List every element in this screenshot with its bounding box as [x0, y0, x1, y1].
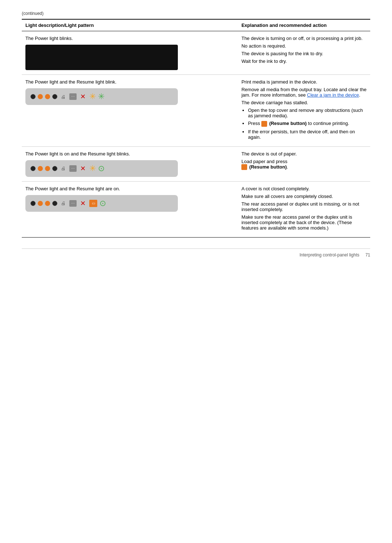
row1-p3: The device is pausing for the ink to dry…: [241, 51, 367, 56]
dot2: [38, 201, 43, 206]
resume-button-label: (Resume button): [249, 164, 287, 170]
page-number: 71: [366, 252, 370, 258]
cancel-icon: ✕: [80, 165, 86, 173]
page-footer: Interpreting control-panel lights 71: [22, 248, 370, 258]
dot4: [52, 166, 57, 171]
row3-explanation: The device is out of paper. Load paper a…: [238, 146, 370, 181]
row3-dot-group: 🖨: [30, 166, 66, 171]
row3-p2: Load paper and press (Resume button).: [241, 159, 367, 170]
resume-icon-small-2: [241, 164, 247, 170]
row4-p3: The rear access panel or duplex unit is …: [241, 201, 367, 212]
row2-x: ✕: [80, 93, 86, 101]
dot3: [45, 94, 50, 99]
row2-label: The Power light and the Resume light bli…: [25, 79, 234, 85]
row3-panel: 🖨 ⋯ ✕ ✳ ⊙: [25, 160, 178, 177]
table-row: The Power light and the Resume light bli…: [22, 75, 370, 147]
footer-chapter-label: Interpreting control-panel lights: [299, 252, 359, 258]
ink-indicator: 🖨: [61, 166, 66, 171]
row4-dot-group: 🖨: [30, 200, 66, 206]
row4-p4: Make sure the rear access panel or the d…: [241, 214, 367, 231]
row4-center: ⋯: [69, 200, 77, 207]
row2-bullet2: Press (Resume button) to continue printi…: [248, 121, 367, 127]
row2-p1: Print media is jammed in the device.: [241, 79, 367, 85]
sun-icon-2: ✳: [98, 92, 105, 101]
cover-icon: ▭: [89, 200, 97, 207]
dot4: [52, 94, 57, 99]
row4-panel: 🖨 ⋯ ✕ ▭ ⊙: [25, 195, 178, 212]
nav-icon: ⋯: [69, 165, 77, 172]
col-header-right: Explanation and recommended action: [238, 19, 370, 31]
ink-indicator: 🖨: [61, 94, 66, 100]
clear-jam-link[interactable]: Clear a jam in the device: [307, 92, 359, 98]
dot3: [45, 201, 50, 206]
row1-p2: No action is required.: [241, 43, 367, 49]
row2-dot-group: 🖨: [30, 94, 66, 100]
footer-right: Interpreting control-panel lights 71: [299, 252, 370, 258]
row1-panel: [25, 45, 178, 70]
col-header-left: Light description/Light pattern: [22, 19, 238, 31]
resume-bold-label: (Resume button): [269, 121, 307, 126]
row2-suns: ✳ ✳: [89, 92, 105, 101]
row4-explanation: A cover is not closed completely. Make s…: [238, 181, 370, 237]
cancel-icon: ✕: [80, 93, 86, 101]
dot2: [38, 94, 43, 99]
continued-label: (continued): [22, 11, 370, 16]
row1-p4: Wait for the ink to dry.: [241, 58, 367, 64]
resume-icon-small: [261, 121, 267, 127]
row2-p3: The device carriage has stalled.: [241, 100, 367, 105]
nav-icon: ⋯: [69, 93, 77, 100]
power-icon: ⊙: [99, 199, 106, 208]
row3-label: The Power light is on and the Resume lig…: [25, 151, 234, 157]
nav-icon: ⋯: [69, 200, 77, 207]
cancel-icon: ✕: [80, 199, 86, 207]
table-row: The Power light is on and the Resume lig…: [22, 146, 370, 181]
dot4: [52, 201, 57, 206]
row3-center: ⋯: [69, 165, 77, 172]
row4-p1: A cover is not closed completely.: [241, 186, 367, 191]
row2-bullets: Open the top cover and remove any obstru…: [241, 108, 367, 140]
table-row: The Power light blinks. The device is tu…: [22, 31, 370, 75]
row3-suns: ✳ ⊙: [89, 164, 105, 173]
table-row: The Power light and the Resume light are…: [22, 181, 370, 237]
row4-label: The Power light and the Resume light are…: [25, 186, 234, 191]
dot1: [30, 201, 36, 206]
row1-label: The Power light blinks.: [25, 36, 234, 41]
row2-center: ⋯: [69, 93, 77, 100]
row1-explanation: The device is turning on or off, or is p…: [238, 31, 370, 75]
ink-indicator: 🖨: [61, 200, 66, 206]
row2-p2: Remove all media from the output tray. L…: [241, 87, 367, 98]
row4-icons: ▭ ⊙: [89, 199, 106, 208]
row2-explanation: Print media is jammed in the device. Rem…: [238, 75, 370, 147]
row1-p1: The device is turning on or off, or is p…: [241, 36, 367, 41]
row2-bullet1: Open the top cover and remove any obstru…: [248, 108, 367, 118]
dot2: [38, 166, 43, 171]
sun-icon-1: ✳: [89, 92, 96, 101]
dot1: [30, 166, 36, 171]
dot1: [30, 94, 36, 99]
row3-x: ✕: [80, 165, 86, 173]
row2-panel: 🖨 ⋯ ✕ ✳ ✳: [25, 88, 178, 105]
row4-p2: Make sure all covers are completely clos…: [241, 194, 367, 199]
row2-bullet3: If the error persists, turn the device o…: [248, 129, 367, 140]
row4-x: ✕: [80, 199, 86, 207]
row3-p1: The device is out of paper.: [241, 151, 367, 157]
sun-icon-amber: ✳: [89, 164, 96, 173]
dot3: [45, 166, 50, 171]
power-icon-green: ⊙: [98, 164, 105, 173]
